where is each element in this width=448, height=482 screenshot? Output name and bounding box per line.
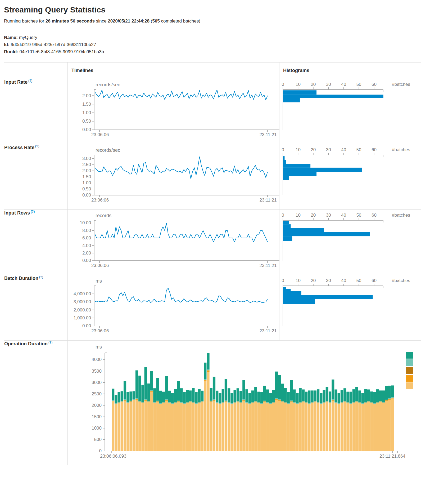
svg-text:3.00: 3.00 [82, 156, 91, 161]
svg-text:4000: 4000 [92, 357, 102, 362]
row-label-text: Operation Duration [4, 341, 48, 346]
row-label-batch-duration: Batch Duration(?) [4, 275, 68, 341]
svg-text:10: 10 [296, 82, 301, 87]
svg-text:0.00: 0.00 [82, 127, 91, 132]
help-tooltip-icon[interactable]: (?) [28, 79, 32, 83]
svg-text:60: 60 [372, 82, 377, 87]
svg-text:30: 30 [326, 213, 331, 218]
running-duration: 26 minutes 56 seconds [46, 19, 95, 24]
svg-text:40: 40 [341, 213, 346, 218]
runid-value: 04e101e6-8bf8-4165-9099-9104c951ba3b [20, 49, 104, 54]
svg-text:1500: 1500 [92, 414, 102, 419]
svg-text:6.00: 6.00 [82, 235, 91, 240]
svg-text:23:06:06: 23:06:06 [91, 198, 109, 203]
svg-text:23:06:06: 23:06:06 [91, 132, 109, 137]
svg-text:2000: 2000 [92, 403, 102, 408]
runid-label: RunId: [4, 49, 18, 54]
svg-text:500: 500 [94, 437, 102, 442]
svg-text:0.00: 0.00 [82, 258, 91, 263]
running-suffix: completed batches) [160, 19, 200, 24]
svg-text:60: 60 [372, 213, 377, 218]
running-prefix: Running batches for [4, 19, 46, 24]
row-label-input-rows: Input Rows(?) [4, 210, 68, 275]
svg-text:4,000.00: 4,000.00 [74, 291, 91, 296]
svg-text:0: 0 [282, 278, 284, 283]
input-rows-histogram-chart: 0102030405060#batches [279, 210, 420, 275]
svg-text:records: records [96, 213, 111, 218]
svg-text:0.00: 0.00 [82, 323, 91, 328]
col-header-timelines: Timelines [68, 63, 279, 79]
svg-text:ms: ms [96, 344, 102, 350]
table-row-batch-duration: Batch Duration(?) ms0.001,000.002,000.00… [4, 275, 421, 341]
running-paren: ( [150, 19, 152, 24]
svg-text:30: 30 [326, 278, 331, 283]
svg-text:23:11:21: 23:11:21 [260, 263, 277, 268]
col-header-histograms: Histograms [279, 63, 421, 79]
svg-text:records/sec: records/sec [96, 148, 120, 153]
query-metadata: Name: myQuery Id: 9d0dd219-995d-423e-b97… [4, 34, 448, 55]
svg-text:23:06:06.093: 23:06:06.093 [100, 454, 126, 459]
input-rate-histogram-chart: 0102030405060#batches [279, 79, 420, 144]
svg-text:1,000.00: 1,000.00 [74, 315, 91, 320]
streaming-query-statistics-page: Streaming Query Statistics Running batch… [0, 0, 448, 471]
help-tooltip-icon[interactable]: (?) [35, 144, 39, 148]
svg-text:#batches: #batches [392, 213, 410, 218]
svg-text:50: 50 [356, 82, 361, 87]
query-name-line: Name: myQuery [4, 34, 448, 41]
query-id-line: Id: 9d0dd219-995d-423e-b97d-36931110bb27 [4, 41, 448, 48]
operation-duration-stacked-chart: ms0500100015002000250030003500400023:06:… [68, 341, 421, 465]
row-label-text: Process Rate [4, 145, 34, 150]
svg-text:#batches: #batches [392, 278, 410, 283]
row-label-text: Input Rate [4, 79, 28, 85]
row-label-operation-duration: Operation Duration(?) [4, 341, 68, 465]
svg-text:40: 40 [341, 278, 346, 283]
svg-text:10: 10 [296, 278, 301, 283]
svg-text:23:11:21: 23:11:21 [260, 198, 277, 203]
svg-text:20: 20 [311, 82, 316, 87]
svg-text:0.50: 0.50 [82, 119, 91, 124]
svg-text:50: 50 [356, 278, 361, 283]
svg-text:1000: 1000 [92, 426, 102, 431]
svg-text:23:06:06: 23:06:06 [91, 328, 109, 333]
help-tooltip-icon[interactable]: (?) [31, 210, 35, 213]
help-tooltip-icon[interactable]: (?) [39, 275, 43, 279]
row-label-process-rate: Process Rate(?) [4, 144, 68, 210]
table-header-row: Timelines Histograms [4, 63, 421, 79]
svg-text:50: 50 [356, 213, 361, 218]
svg-text:ms: ms [96, 278, 102, 284]
svg-text:0: 0 [282, 213, 284, 218]
table-row-process-rate: Process Rate(?) records/sec0.000.501.001… [4, 144, 421, 210]
svg-text:2500: 2500 [92, 391, 102, 396]
svg-text:60: 60 [372, 147, 377, 152]
svg-text:50: 50 [356, 147, 361, 152]
batch-duration-timeline-chart: ms0.001,000.002,000.003,000.004,000.0023… [68, 275, 279, 340]
svg-text:4.00: 4.00 [82, 243, 91, 248]
id-value: 9d0dd219-995d-423e-b97d-36931110bb27 [11, 42, 96, 47]
svg-text:23:11:21.864: 23:11:21.864 [379, 454, 405, 459]
svg-text:0.00: 0.00 [82, 193, 91, 198]
svg-text:20: 20 [311, 278, 316, 283]
svg-text:3000: 3000 [92, 380, 102, 385]
svg-text:#batches: #batches [392, 147, 410, 152]
svg-text:records/sec: records/sec [96, 82, 120, 87]
running-mid: since [95, 19, 108, 24]
svg-text:60: 60 [372, 278, 377, 283]
running-since-timestamp: 2020/05/21 22:44:28 [108, 19, 150, 24]
page-title: Streaming Query Statistics [4, 5, 448, 14]
completed-batches-count: 505 [152, 19, 160, 24]
id-label: Id: [4, 42, 10, 47]
row-label-input-rate: Input Rate(?) [4, 79, 68, 144]
svg-text:2.00: 2.00 [82, 168, 91, 173]
running-batches-summary: Running batches for 26 minutes 56 second… [4, 19, 448, 24]
svg-text:0: 0 [282, 82, 284, 87]
table-row-operation-duration: Operation Duration(?) ms0500100015002000… [4, 341, 421, 465]
row-label-text: Input Rows [4, 210, 30, 216]
process-rate-histogram-chart: 0102030405060#batches [279, 144, 420, 209]
row-label-text: Batch Duration [4, 276, 38, 281]
help-tooltip-icon[interactable]: (?) [48, 341, 52, 344]
svg-text:1.50: 1.50 [82, 174, 91, 179]
table-row-input-rows: Input Rows(?) records0.002.004.006.008.0… [4, 210, 421, 275]
svg-text:23:06:06: 23:06:06 [91, 263, 109, 268]
name-value: myQuery [19, 35, 37, 40]
svg-text:20: 20 [311, 147, 316, 152]
